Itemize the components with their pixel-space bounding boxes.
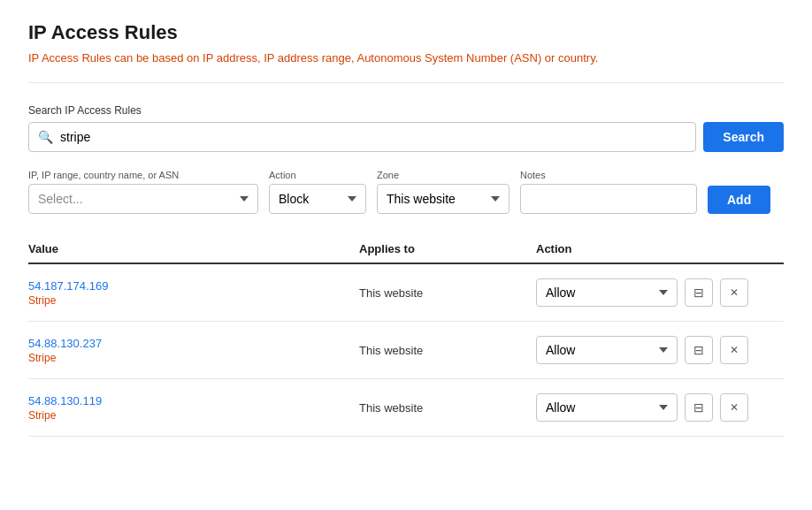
action-select-1[interactable]: Allow Block Challenge JS Challenge bbox=[536, 336, 678, 364]
page-subtitle: IP Access Rules can be based on IP addre… bbox=[28, 51, 784, 65]
cell-value-0: 54.187.174.169 Stripe bbox=[28, 279, 359, 307]
table-header: Value Applies to Action bbox=[28, 235, 784, 264]
ip-address-1: 54.88.130.237 bbox=[28, 337, 359, 350]
action-cell-0: Allow Block Challenge JS Challenge bbox=[536, 278, 784, 307]
filter-zone-select[interactable]: This website All websites bbox=[377, 184, 509, 214]
filter-notes-label: Notes bbox=[520, 170, 697, 180]
filter-row: IP, IP range, country name, or ASN Selec… bbox=[28, 170, 784, 214]
col-header-action: Action bbox=[536, 242, 784, 255]
save-button-2[interactable] bbox=[685, 393, 713, 422]
table-body: 54.187.174.169 Stripe This website Allow… bbox=[28, 264, 784, 437]
delete-button-0[interactable] bbox=[720, 278, 748, 307]
table-row: 54.187.174.169 Stripe This website Allow… bbox=[28, 264, 784, 322]
table-row: 54.88.130.119 Stripe This website Allow … bbox=[28, 379, 784, 437]
applies-to-2: This website bbox=[359, 401, 536, 415]
filter-notes-input[interactable] bbox=[520, 184, 697, 214]
save-button-0[interactable] bbox=[685, 278, 713, 307]
action-select-2[interactable]: Allow Block Challenge JS Challenge bbox=[536, 393, 678, 422]
filter-ip-label: IP, IP range, country name, or ASN bbox=[28, 170, 258, 180]
search-input-wrapper: 🔍 bbox=[28, 122, 696, 152]
delete-button-1[interactable] bbox=[720, 336, 748, 364]
ip-address-0: 54.187.174.169 bbox=[28, 279, 359, 293]
ip-note-1: Stripe bbox=[28, 352, 359, 364]
divider bbox=[28, 82, 784, 83]
filter-zone-group: Zone This website All websites bbox=[377, 170, 509, 214]
applies-to-0: This website bbox=[359, 286, 536, 300]
ip-note-2: Stripe bbox=[28, 409, 359, 422]
cell-value-2: 54.88.130.119 Stripe bbox=[28, 394, 359, 422]
ip-note-0: Stripe bbox=[28, 294, 359, 307]
delete-button-2[interactable] bbox=[720, 393, 748, 422]
search-label: Search IP Access Rules bbox=[28, 104, 784, 117]
filter-notes-group: Notes bbox=[520, 170, 697, 214]
action-cell-2: Allow Block Challenge JS Challenge bbox=[536, 393, 784, 422]
ip-address-2: 54.88.130.119 bbox=[28, 394, 359, 407]
filter-ip-group: IP, IP range, country name, or ASN Selec… bbox=[28, 170, 258, 214]
page-title: IP Access Rules bbox=[28, 21, 784, 44]
filter-ip-select[interactable]: Select... bbox=[28, 184, 258, 214]
action-cell-1: Allow Block Challenge JS Challenge bbox=[536, 336, 784, 364]
col-header-applies-to: Applies to bbox=[359, 242, 536, 255]
save-button-1[interactable] bbox=[685, 336, 713, 364]
filter-action-group: Action Block Allow Challenge JS Challeng… bbox=[269, 170, 366, 214]
filter-action-label: Action bbox=[269, 170, 366, 180]
table-row: 54.88.130.237 Stripe This website Allow … bbox=[28, 322, 784, 379]
filter-action-select[interactable]: Block Allow Challenge JS Challenge bbox=[269, 184, 366, 214]
search-icon: 🔍 bbox=[38, 130, 53, 144]
search-row: 🔍 Search bbox=[28, 122, 784, 152]
filter-zone-label: Zone bbox=[377, 170, 509, 180]
search-input[interactable] bbox=[60, 123, 686, 151]
col-header-value: Value bbox=[28, 242, 359, 255]
applies-to-1: This website bbox=[359, 344, 536, 357]
search-button[interactable]: Search bbox=[703, 122, 784, 152]
add-button[interactable]: Add bbox=[708, 186, 770, 214]
action-select-0[interactable]: Allow Block Challenge JS Challenge bbox=[536, 278, 678, 307]
cell-value-1: 54.88.130.237 Stripe bbox=[28, 337, 359, 364]
